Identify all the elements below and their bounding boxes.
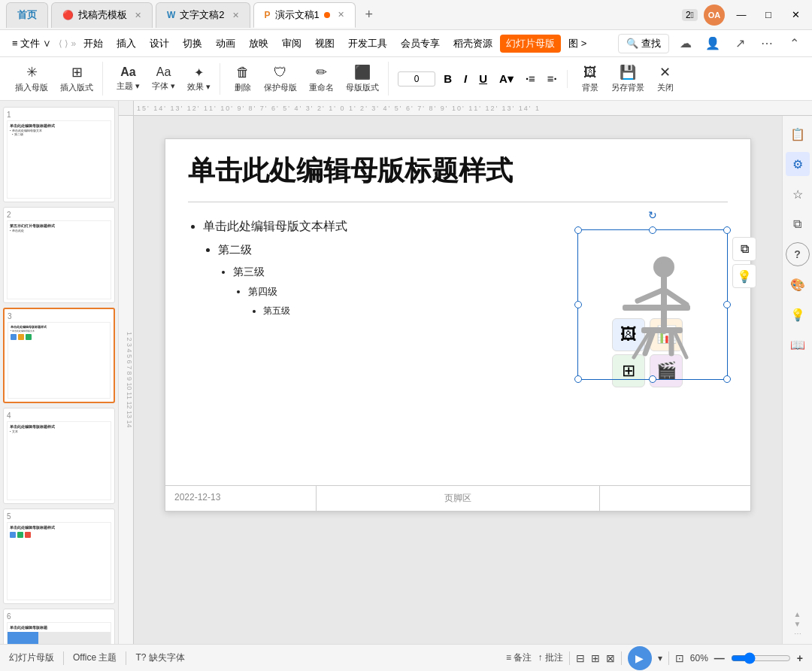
copy-icon[interactable]: ⧉ (786, 212, 810, 236)
handle-tl[interactable] (574, 226, 582, 234)
fit-btn[interactable]: ⊡ (675, 652, 684, 664)
view-icon-1[interactable]: ⊟ (576, 652, 585, 664)
list-btn1[interactable]: ·≡ (520, 70, 541, 87)
theme-btn[interactable]: Aa 主题 ▾ (112, 63, 144, 94)
tab-template[interactable]: 🔴 找稿壳模板 ✕ (51, 2, 153, 28)
svg-rect-4 (623, 305, 690, 311)
star-icon[interactable]: ☆ (786, 182, 810, 206)
handle-ml[interactable] (574, 301, 582, 308)
delete-btn[interactable]: 🗑 删除 (229, 62, 256, 96)
tab-ppt[interactable]: P 演示文稿1 ✕ (253, 2, 356, 28)
play-arrow[interactable]: ▾ (658, 653, 662, 663)
menu-animate[interactable]: 动画 (210, 34, 241, 53)
ppt-close-btn[interactable]: ✕ (338, 10, 344, 20)
menu-vip[interactable]: 会员专享 (395, 34, 446, 53)
tab-word[interactable]: W 文字文稿2 ✕ (156, 2, 250, 28)
protect-btn[interactable]: 🛡 保护母版 (259, 62, 301, 96)
template-close-btn[interactable]: ✕ (135, 11, 141, 20)
play-btn[interactable]: ▶ (628, 646, 652, 670)
save-bg-label: 另存背景 (611, 82, 644, 93)
italic-btn[interactable]: I (459, 70, 472, 87)
word-close-btn[interactable]: ✕ (232, 11, 239, 20)
menu-master[interactable]: 幻灯片母版 (500, 35, 561, 53)
maximize-btn[interactable]: □ (758, 7, 779, 23)
menu-start[interactable]: 开始 (77, 34, 109, 53)
bold-btn[interactable]: B (438, 70, 457, 87)
rename-btn[interactable]: ✏ 重命名 (304, 62, 338, 96)
insert-layout-btn[interactable]: ⊞ 插入版式 (56, 62, 98, 96)
sep4 (621, 651, 622, 665)
handle-bl[interactable] (574, 375, 582, 383)
protect-icon: 🛡 (274, 65, 287, 80)
export-icon[interactable]: ↗ (728, 32, 752, 56)
idea-btn[interactable]: 💡 (732, 264, 756, 288)
menu-review[interactable]: 审阅 (276, 34, 308, 53)
theme-label: 主题 ▾ (117, 80, 140, 92)
master-layout-btn[interactable]: ⬛ 母版版式 (341, 62, 383, 96)
slide-thumb-4[interactable]: 4 单击此处编辑母版标题样式 • 文本 (3, 408, 115, 503)
handle-bm[interactable] (649, 375, 656, 383)
clipboard-icon[interactable]: 📋 (786, 122, 810, 146)
font-btn[interactable]: Aa 字体 ▾ (147, 63, 180, 94)
collapse-icon[interactable]: ⌃ (782, 32, 806, 56)
menu-devtools[interactable]: 开发工具 (342, 34, 393, 53)
close-btn[interactable]: ✕ (785, 7, 806, 23)
sep3 (569, 651, 570, 665)
selected-object[interactable]: ↻ (577, 229, 728, 380)
menu-design[interactable]: 设计 (144, 34, 175, 53)
handle-tr[interactable] (723, 226, 731, 234)
view-icon-2[interactable]: ⊞ (591, 652, 600, 664)
save-background-btn[interactable]: 💾 另存背景 (607, 62, 649, 96)
list-btn2[interactable]: ≡· (542, 70, 562, 87)
palette-icon[interactable]: 🎨 (786, 272, 810, 296)
toolbar-group-bg: 🖼 背景 💾 另存背景 ✕ 关闭 (572, 62, 683, 96)
tab-home[interactable]: 首页 (6, 2, 48, 28)
magic-icon[interactable]: 💡 (786, 302, 810, 326)
font-color-btn[interactable]: A▾ (494, 70, 519, 88)
toolbar-group-insert: ✳ 插入母版 ⊞ 插入版式 (6, 62, 103, 96)
comment-btn[interactable]: ↑ 批注 (538, 651, 562, 664)
filter-icon[interactable]: ⚙ (786, 152, 810, 176)
layer-btn[interactable]: ⧉ (732, 237, 756, 261)
help-icon[interactable]: ? (786, 242, 810, 266)
menu-insert[interactable]: 插入 (111, 34, 142, 53)
menu-file[interactable]: ≡ 文件 ∨ (6, 34, 57, 53)
underline-btn[interactable]: U (474, 70, 492, 87)
handle-br[interactable] (723, 375, 731, 383)
insert-master-btn[interactable]: ✳ 插入母版 (11, 62, 53, 96)
menu-figure[interactable]: 图 > (562, 34, 592, 53)
rotate-handle[interactable]: ↻ (647, 209, 659, 221)
menu-switch[interactable]: 切换 (177, 34, 208, 53)
font-size-input[interactable] (398, 71, 435, 87)
share-icon[interactable]: 👤 (701, 32, 725, 56)
zoom-minus-btn[interactable]: — (714, 652, 725, 664)
slide-thumb-1[interactable]: 1 单击此处编辑母版标题样式 • 单击此处编辑母版文本 • 第二级 (3, 107, 115, 202)
handle-mr[interactable] (723, 301, 731, 308)
slide-thumb-6[interactable]: 6 单击此处编辑母版标题 (3, 609, 115, 644)
handle-tm[interactable] (649, 226, 656, 234)
menu-view[interactable]: 视图 (309, 34, 341, 53)
notes-btn[interactable]: ≡ 备注 (506, 651, 532, 664)
menu-play[interactable]: 放映 (243, 34, 274, 53)
slide-canvas[interactable]: 单击此处编辑母版标题样式 单击此处编辑母版文本样式 第二级 第三级 (134, 116, 782, 644)
slide-thumb-5[interactable]: 5 单击此处编辑母版标题样式 (3, 509, 115, 604)
effect-label: 效果 ▾ (187, 81, 211, 93)
book-icon[interactable]: 📖 (786, 332, 810, 357)
effect-btn[interactable]: ✦ 效果 ▾ (183, 63, 215, 95)
svg-point-0 (653, 257, 674, 278)
cloud-icon[interactable]: ☁ (674, 32, 698, 56)
add-tab-btn[interactable]: + (359, 5, 380, 26)
avatar[interactable]: OA (704, 5, 725, 26)
minimize-btn[interactable]: — (731, 7, 752, 23)
ruler-top-container: 15' 14' 13' 12' 11' 10' 9' 8' 7' 6' 5' 4… (119, 101, 812, 116)
close-btn-toolbar[interactable]: ✕ 关闭 (652, 62, 679, 96)
background-btn[interactable]: 🖼 背景 (577, 62, 604, 96)
view-icon-3[interactable]: ⊠ (606, 652, 615, 664)
slide-thumb-2[interactable]: 2 第五示幻灯片母版标题样式 • 单击此处 (3, 207, 115, 302)
zoom-slider[interactable] (731, 652, 791, 664)
more-icon[interactable]: ⋯ (755, 32, 779, 56)
slide-thumb-3[interactable]: 3 单击此处编辑母版标题样式 • 单击此处编辑母版文本 (3, 308, 115, 404)
menu-resource[interactable]: 稻壳资源 (447, 34, 498, 53)
zoom-plus-btn[interactable]: + (797, 652, 803, 664)
search-btn[interactable]: 🔍 查找 (618, 34, 669, 53)
